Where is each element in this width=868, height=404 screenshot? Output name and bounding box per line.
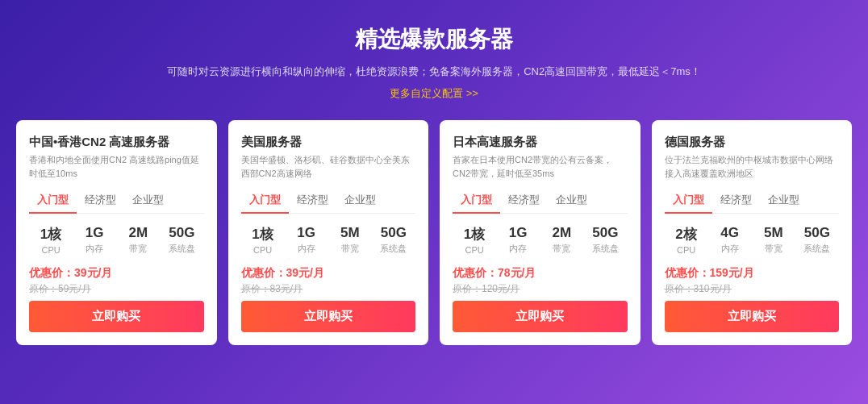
spec-item-CPU: 1核CPU — [29, 225, 73, 255]
spec-value: 1G — [496, 225, 540, 241]
server-card-germany: 德国服务器位于法兰克福欧州的中枢城市数据中心网络接入高速覆盖欧洲地区入门型经济型… — [652, 120, 853, 345]
spec-label: CPU — [29, 245, 73, 255]
original-price: 原价：310元/月 — [665, 282, 840, 296]
spec-label: 内存 — [708, 243, 752, 255]
price-section: 优惠价：78元/月原价：120元/月 — [453, 266, 628, 296]
spec-value: 50G — [160, 225, 203, 241]
card-tabs: 入门型经济型企业型 — [241, 188, 416, 214]
spec-label: 系统盘 — [795, 243, 839, 255]
spec-value: 50G — [583, 225, 627, 241]
spec-item-系统盘: 50G系统盘 — [583, 225, 627, 255]
tab-经济型[interactable]: 经济型 — [289, 188, 336, 214]
buy-button[interactable]: 立即购买 — [665, 301, 840, 332]
spec-label: 系统盘 — [583, 243, 627, 255]
card-description: 位于法兰克福欧州的中枢城市数据中心网络接入高速覆盖欧洲地区 — [665, 153, 840, 180]
tab-经济型[interactable]: 经济型 — [77, 188, 124, 214]
original-price: 原价：83元/月 — [241, 282, 416, 296]
discount-price: 优惠价：39元/月 — [241, 266, 416, 281]
card-title: 日本高速服务器 — [453, 135, 628, 150]
card-tabs: 入门型经济型企业型 — [665, 188, 840, 214]
spec-value: 2M — [116, 225, 160, 241]
tab-企业型[interactable]: 企业型 — [760, 188, 807, 214]
spec-label: 系统盘 — [160, 243, 203, 255]
spec-label: CPU — [241, 245, 285, 255]
server-card-china-hk: 中国•香港CN2 高速服务器香港和内地全面使用CN2 高速线路ping值延时低至… — [16, 120, 217, 345]
spec-label: 内存 — [285, 243, 328, 255]
spec-item-内存: 1G内存 — [285, 225, 328, 255]
server-card-usa: 美国服务器美国华盛顿、洛杉矶、硅谷数据中心全美东西部CN2高速网络入门型经济型企… — [228, 120, 429, 345]
spec-item-CPU: 1核CPU — [453, 225, 496, 255]
card-header: 日本高速服务器首家在日本使用CN2带宽的公有云备案，CN2带宽，延时低至35ms — [453, 135, 628, 180]
price-section: 优惠价：39元/月原价：59元/月 — [29, 266, 204, 296]
tab-企业型[interactable]: 企业型 — [124, 188, 172, 214]
discount-price: 优惠价：159元/月 — [665, 266, 840, 281]
card-header: 中国•香港CN2 高速服务器香港和内地全面使用CN2 高速线路ping值延时低至… — [29, 135, 204, 180]
spec-value: 2M — [540, 225, 583, 241]
tab-入门型[interactable]: 入门型 — [453, 188, 500, 214]
spec-value: 2核 — [665, 225, 708, 244]
spec-item-带宽: 2M带宽 — [540, 225, 583, 255]
price-section: 优惠价：159元/月原价：310元/月 — [665, 266, 840, 296]
spec-item-内存: 4G内存 — [708, 225, 752, 255]
tab-经济型[interactable]: 经济型 — [712, 188, 760, 214]
tab-入门型[interactable]: 入门型 — [241, 188, 289, 214]
spec-value: 1核 — [453, 225, 496, 244]
spec-item-带宽: 5M带宽 — [328, 225, 372, 255]
more-config-link[interactable]: 更多自定义配置 >> — [390, 87, 478, 99]
discount-price: 优惠价：39元/月 — [29, 266, 204, 281]
spec-item-内存: 1G内存 — [73, 225, 116, 255]
spec-value: 5M — [752, 225, 795, 241]
spec-item-CPU: 2核CPU — [665, 225, 708, 255]
specs-row: 1核CPU1G内存5M带宽50G系统盘 — [241, 225, 416, 255]
spec-value: 50G — [795, 225, 839, 241]
card-tabs: 入门型经济型企业型 — [453, 188, 628, 214]
spec-item-带宽: 2M带宽 — [116, 225, 160, 255]
buy-button[interactable]: 立即购买 — [29, 301, 204, 332]
card-title: 中国•香港CN2 高速服务器 — [29, 135, 204, 150]
spec-label: 带宽 — [328, 243, 372, 255]
spec-value: 50G — [372, 225, 415, 241]
specs-row: 1核CPU1G内存2M带宽50G系统盘 — [29, 225, 204, 255]
spec-label: CPU — [665, 245, 708, 255]
specs-row: 1核CPU1G内存2M带宽50G系统盘 — [453, 225, 628, 255]
tab-企业型[interactable]: 企业型 — [548, 188, 595, 214]
server-card-japan: 日本高速服务器首家在日本使用CN2带宽的公有云备案，CN2带宽，延时低至35ms… — [440, 120, 641, 345]
original-price: 原价：120元/月 — [453, 282, 628, 296]
tab-入门型[interactable]: 入门型 — [29, 188, 77, 214]
spec-item-系统盘: 50G系统盘 — [372, 225, 415, 255]
spec-item-内存: 1G内存 — [496, 225, 540, 255]
spec-label: 系统盘 — [372, 243, 415, 255]
cards-container: 中国•香港CN2 高速服务器香港和内地全面使用CN2 高速线路ping值延时低至… — [16, 120, 852, 345]
tab-入门型[interactable]: 入门型 — [665, 188, 712, 214]
spec-value: 4G — [708, 225, 752, 241]
card-header: 美国服务器美国华盛顿、洛杉矶、硅谷数据中心全美东西部CN2高速网络 — [241, 135, 416, 180]
original-price: 原价：59元/月 — [29, 282, 204, 296]
tab-企业型[interactable]: 企业型 — [336, 188, 384, 214]
spec-item-带宽: 5M带宽 — [752, 225, 795, 255]
spec-label: 带宽 — [540, 243, 583, 255]
buy-button[interactable]: 立即购买 — [241, 301, 416, 332]
spec-value: 1G — [73, 225, 116, 241]
spec-item-系统盘: 50G系统盘 — [795, 225, 839, 255]
spec-item-CPU: 1核CPU — [241, 225, 285, 255]
spec-value: 1核 — [241, 225, 285, 244]
card-title: 德国服务器 — [665, 135, 840, 150]
card-title: 美国服务器 — [241, 135, 416, 150]
spec-label: CPU — [453, 245, 496, 255]
card-description: 首家在日本使用CN2带宽的公有云备案，CN2带宽，延时低至35ms — [453, 153, 628, 180]
discount-price: 优惠价：78元/月 — [453, 266, 628, 281]
buy-button[interactable]: 立即购买 — [453, 301, 628, 332]
specs-row: 2核CPU4G内存5M带宽50G系统盘 — [665, 225, 840, 255]
spec-label: 内存 — [73, 243, 116, 255]
tab-经济型[interactable]: 经济型 — [500, 188, 548, 214]
page-title: 精选爆款服务器 — [16, 24, 852, 55]
card-description: 香港和内地全面使用CN2 高速线路ping值延时低至10ms — [29, 153, 204, 180]
spec-label: 内存 — [496, 243, 540, 255]
price-section: 优惠价：39元/月原价：83元/月 — [241, 266, 416, 296]
spec-label: 带宽 — [116, 243, 160, 255]
card-tabs: 入门型经济型企业型 — [29, 188, 204, 214]
spec-value: 1核 — [29, 225, 73, 244]
spec-value: 1G — [285, 225, 328, 241]
spec-value: 5M — [328, 225, 372, 241]
card-description: 美国华盛顿、洛杉矶、硅谷数据中心全美东西部CN2高速网络 — [241, 153, 416, 180]
